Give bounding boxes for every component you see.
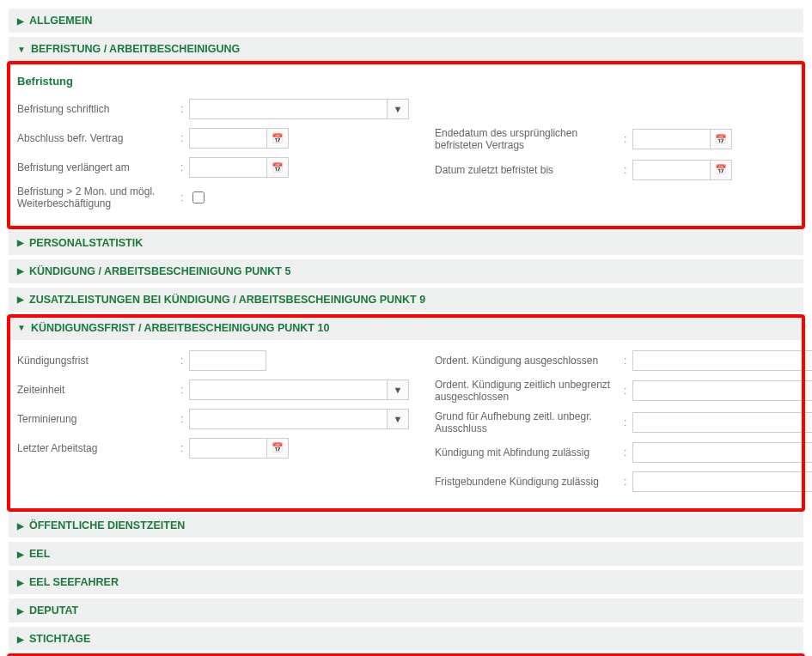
label-kuendigungsfrist: Kündigungsfrist [17,355,180,367]
panel-zusatzleistungen-9: ▶ ZUSATZLEISTUNGEN BEI KÜNDIGUNG / ARBEI… [9,288,803,313]
panel-header-personalstatistik[interactable]: ▶ PERSONALSTATISTIK [9,231,803,256]
subsection-title-befristung: Befristung [17,75,795,88]
label-terminierung: Terminierung [17,413,180,425]
label-befristung-schriftlich: Befristung schriftlich [17,103,180,115]
dropdown-icon[interactable]: ▼ [804,412,812,433]
select-fristgebunden[interactable] [632,471,804,492]
panel-title: STICHTAGE [29,633,90,645]
panel-title: ÖFFENTLICHE DIENSTZEITEN [29,519,185,531]
label-abfindung: Kündigung mit Abfindung zulässig [435,446,624,459]
checkbox-befristung-2mon[interactable] [192,191,205,203]
panel-oeffentliche-dienstzeiten: ▶ ÖFFENTLICHE DIENSTZEITEN [9,513,803,538]
calendar-icon[interactable]: 📅 [266,438,289,459]
dropdown-icon[interactable]: ▼ [804,442,812,463]
date-befristung-verlaengert[interactable] [189,157,266,178]
select-grund-aufhebung[interactable] [632,412,804,433]
panel-body-befristung: Befristung Befristung schriftlich : ▼ Ab… [9,63,803,228]
panel-header-zusatzleistungen-9[interactable]: ▶ ZUSATZLEISTUNGEN BEI KÜNDIGUNG / ARBEI… [9,288,803,313]
chevron-right-icon: ▶ [17,606,24,616]
panel-title: DEPUTAT [29,604,78,617]
chevron-down-icon: ▼ [17,45,26,54]
label-zuletzt-befristet: Datum zuletzt befristet bis [435,164,624,176]
dropdown-icon[interactable]: ▼ [804,350,812,371]
calendar-icon[interactable]: 📅 [266,128,289,149]
panel-header-eel[interactable]: ▶ EEL [9,542,803,567]
label-ordent-ausgeschlossen: Ordent. Kündigung ausgeschlossen [435,355,624,367]
date-zuletzt-befristet[interactable] [632,160,710,180]
panel-header-stichtage[interactable]: ▶ STICHTAGE [9,627,803,652]
date-letzter-arbeitstag[interactable] [189,438,266,459]
chevron-right-icon: ▶ [17,578,24,587]
panel-eel-seefahrer: ▶ EEL SEEFAHRER [9,570,803,595]
panel-title: ALLGEMEIN [29,15,93,27]
panel-header-kuendigung-5[interactable]: ▶ KÜNDIGUNG / ARBEITSBESCHEINIGUNG PUNKT… [9,259,803,284]
chevron-right-icon: ▶ [17,521,24,531]
chevron-right-icon: ▶ [17,266,24,276]
label-befristung-2mon: Befristung > 2 Mon. und mögl. Weiterbesc… [17,185,180,210]
panel-title: KÜNDIGUNGSFRIST / ARBEITBESCHEINIGUNG PU… [31,322,329,334]
panel-befristung: ▼ BEFRISTUNG / ARBEITBESCHEINIGUNG Befri… [9,37,803,228]
panel-personalstatistik: ▶ PERSONALSTATISTIK [9,231,803,256]
date-abschluss-vertrag[interactable] [189,128,266,149]
chevron-right-icon: ▶ [17,238,24,247]
label-letzter-arbeitstag: Letzter Arbeitstag [17,442,180,454]
select-terminierung[interactable] [189,409,387,429]
panel-eel: ▶ EEL [9,542,803,567]
chevron-right-icon: ▶ [17,635,24,644]
panel-header-allgemein[interactable]: ▶ ALLGEMEIN [9,9,803,33]
panel-header-oeffentliche[interactable]: ▶ ÖFFENTLICHE DIENSTZEITEN [9,513,803,538]
panel-header-befristung[interactable]: ▼ BEFRISTUNG / ARBEITBESCHEINIGUNG [9,37,803,62]
panel-allgemein: ▶ ALLGEMEIN [9,9,803,33]
input-kuendigungsfrist[interactable] [189,350,266,371]
panel-title: EEL [29,548,50,560]
panel-title: KÜNDIGUNG / ARBEITSBESCHEINIGUNG PUNKT 5 [29,265,290,277]
dropdown-icon[interactable]: ▼ [387,99,409,119]
select-zeiteinheit[interactable] [189,380,387,400]
panel-body-kuendigungsfrist-10: Kündigungsfrist : Zeiteinheit : ▼ Termin… [9,341,803,511]
label-zeiteinheit: Zeiteinheit [17,384,180,396]
label-fristgebunden: Fristgebundene Kündigung zulässig [435,476,624,488]
dropdown-icon[interactable]: ▼ [387,380,409,400]
panel-title: BEFRISTUNG / ARBEITBESCHEINIGUNG [31,43,240,55]
label-grund-aufhebung: Grund für Aufhebung zeitl. unbegr. Aussc… [435,410,624,435]
select-befristung-schriftlich[interactable] [189,99,387,119]
chevron-down-icon: ▼ [17,323,26,332]
chevron-right-icon: ▶ [17,550,24,559]
calendar-icon[interactable]: 📅 [710,129,732,149]
label-endedatum-urspr: Endedatum des ursprünglichen befristeten… [435,127,624,152]
label-abschluss-vertrag: Abschluss befr. Vertrag [17,132,180,144]
panel-kuendigungsfrist-10: ▼ KÜNDIGUNGSFRIST / ARBEITBESCHEINIGUNG … [9,316,803,511]
select-ordent-zeitlich[interactable] [632,380,804,401]
panel-title: ZUSATZLEISTUNGEN BEI KÜNDIGUNG / ARBEITS… [29,294,425,306]
dropdown-icon[interactable]: ▼ [387,409,409,429]
date-endedatum-urspr[interactable] [632,129,710,149]
calendar-icon[interactable]: 📅 [710,160,732,180]
dropdown-icon[interactable]: ▼ [804,380,812,401]
panel-header-eel-seefahrer[interactable]: ▶ EEL SEEFAHRER [9,570,803,595]
panel-stichtage: ▶ STICHTAGE [9,627,803,652]
panel-title: PERSONALSTATISTIK [29,237,143,249]
label-befristung-verlaengert: Befristung verlängert am [17,161,180,173]
dropdown-icon[interactable]: ▼ [804,471,812,492]
chevron-right-icon: ▶ [17,295,24,304]
panel-kuendigung-5: ▶ KÜNDIGUNG / ARBEITSBESCHEINIGUNG PUNKT… [9,259,803,284]
calendar-icon[interactable]: 📅 [266,157,289,178]
panel-header-deputat[interactable]: ▶ DEPUTAT [9,598,803,623]
label-ordent-zeitlich: Ordent. Kündigung zeitlich unbegrenzt au… [435,379,624,404]
select-abfindung[interactable] [632,442,804,463]
chevron-right-icon: ▶ [17,16,24,26]
panel-header-kuendigungsfrist-10[interactable]: ▼ KÜNDIGUNGSFRIST / ARBEITBESCHEINIGUNG … [9,316,803,341]
panel-deputat: ▶ DEPUTAT [9,598,803,623]
panel-title: EEL SEEFAHRER [29,576,119,588]
select-ordent-ausgeschlossen[interactable] [632,350,804,371]
